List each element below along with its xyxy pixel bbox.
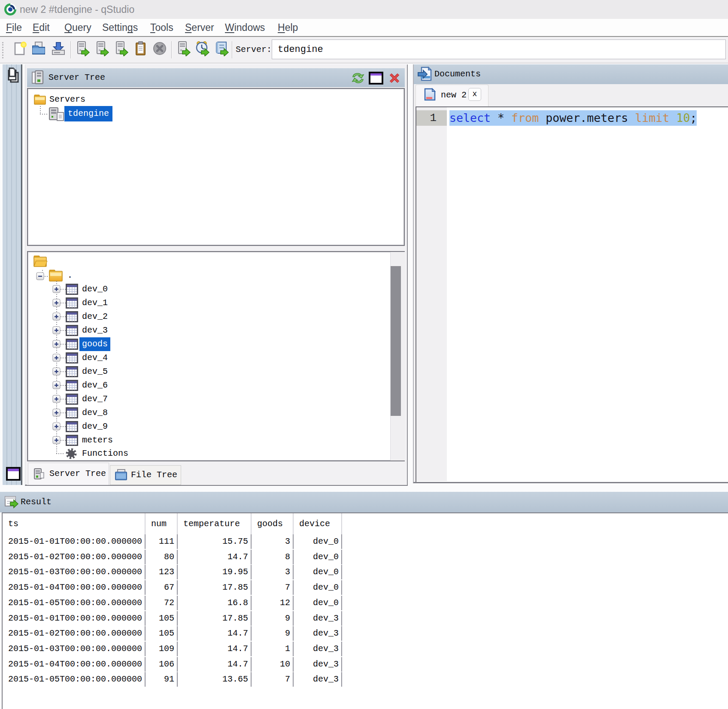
toolbar-grip[interactable] <box>2 42 3 58</box>
tree-item-table[interactable]: dev_7 <box>82 392 108 406</box>
menu-help[interactable]: Help <box>278 19 298 36</box>
tree-item-table[interactable]: dev_0 <box>82 282 108 296</box>
cell-goods[interactable]: 7 <box>252 580 294 595</box>
server-input[interactable] <box>272 39 726 59</box>
cell-ts[interactable]: 2015-01-04T00:00:00.000000 <box>3 657 146 672</box>
tree-item-table[interactable]: dev_2 <box>82 310 108 324</box>
paste-button[interactable] <box>133 41 148 56</box>
cell-num[interactable]: 91 <box>146 672 178 687</box>
cell-device[interactable]: dev_3 <box>294 611 342 626</box>
cell-temperature[interactable]: 14.7 <box>178 626 252 641</box>
tree-item-table[interactable]: dev_6 <box>82 379 108 392</box>
expand-expander-icon[interactable] <box>52 422 61 430</box>
cell-num[interactable]: 111 <box>146 534 178 549</box>
cell-ts[interactable]: 2015-01-01T00:00:00.000000 <box>3 534 146 549</box>
menu-edit[interactable]: Edit <box>33 19 50 36</box>
sql-editor[interactable]: 1 select * from power.meters limit 10; <box>416 106 728 482</box>
execute-selection-button[interactable] <box>113 41 129 56</box>
cell-num[interactable]: 109 <box>146 642 178 656</box>
cell-ts[interactable]: 2015-01-04T00:00:00.000000 <box>3 580 146 595</box>
tree-item-functions[interactable]: Functions <box>82 447 128 461</box>
expand-expander-icon[interactable] <box>52 312 61 321</box>
cell-num[interactable]: 67 <box>146 580 178 595</box>
cell-goods[interactable]: 3 <box>252 534 294 549</box>
maximize-window-icon[interactable] <box>369 72 383 85</box>
close-icon[interactable] <box>388 72 400 84</box>
cell-device[interactable]: dev_3 <box>294 657 342 672</box>
cell-device[interactable]: dev_3 <box>294 672 342 687</box>
restore-window-icon[interactable] <box>6 467 21 481</box>
cell-goods[interactable]: 8 <box>252 550 294 564</box>
cell-ts[interactable]: 2015-01-01T00:00:00.000000 <box>3 611 146 626</box>
menu-file[interactable]: File <box>6 19 22 36</box>
tree-item-table[interactable]: dev_1 <box>82 296 108 310</box>
tree-item-dot-folder[interactable]: . <box>67 269 73 282</box>
expand-expander-icon[interactable] <box>52 354 61 362</box>
cell-ts[interactable]: 2015-01-05T00:00:00.000000 <box>3 672 146 687</box>
cell-device[interactable]: dev_0 <box>294 580 342 595</box>
cell-goods[interactable]: 3 <box>252 565 294 579</box>
cell-ts[interactable]: 2015-01-03T00:00:00.000000 <box>3 642 146 656</box>
cell-temperature[interactable]: 17.85 <box>178 611 252 626</box>
stop-button[interactable] <box>152 41 167 56</box>
expand-expander-icon[interactable] <box>52 285 61 293</box>
column-header-temperature[interactable]: temperature <box>178 513 252 534</box>
tree-item-servers[interactable]: Servers <box>49 93 85 106</box>
cell-goods[interactable]: 9 <box>252 626 294 641</box>
cell-temperature[interactable]: 15.75 <box>178 534 252 549</box>
cell-goods[interactable]: 7 <box>252 672 294 687</box>
tree-item-table[interactable]: dev_8 <box>82 406 108 420</box>
menu-windows[interactable]: Windows <box>225 19 265 36</box>
cell-num[interactable]: 72 <box>146 596 178 610</box>
cell-device[interactable]: dev_0 <box>294 550 342 564</box>
open-file-button[interactable] <box>31 41 46 56</box>
column-header-num[interactable]: num <box>146 513 178 534</box>
cell-temperature[interactable]: 13.65 <box>178 672 252 687</box>
cell-goods[interactable]: 12 <box>252 596 294 610</box>
expand-expander-icon[interactable] <box>52 367 61 376</box>
menu-server[interactable]: Server <box>185 19 214 36</box>
cell-num[interactable]: 123 <box>146 565 178 579</box>
menu-query[interactable]: Query <box>64 19 91 36</box>
column-header-device[interactable]: device <box>294 513 342 534</box>
cell-temperature[interactable]: 19.95 <box>178 565 252 579</box>
run-script-button[interactable] <box>214 41 229 56</box>
send-query-button[interactable] <box>176 41 191 56</box>
cell-temperature[interactable]: 14.7 <box>178 657 252 672</box>
menu-tools[interactable]: Tools <box>150 19 173 36</box>
tab-close-button[interactable]: x <box>468 88 481 101</box>
tree-item-table-selected[interactable]: goods <box>79 337 110 351</box>
cell-device[interactable]: dev_0 <box>294 534 342 549</box>
tree-item-table[interactable]: dev_3 <box>82 324 108 337</box>
cell-goods[interactable]: 10 <box>252 657 294 672</box>
expand-expander-icon[interactable] <box>52 326 61 334</box>
expand-expander-icon[interactable] <box>52 395 61 403</box>
tree-item-table[interactable]: dev_4 <box>82 351 108 365</box>
cell-ts[interactable]: 2015-01-02T00:00:00.000000 <box>3 626 146 641</box>
cell-temperature[interactable]: 14.7 <box>178 550 252 564</box>
cell-ts[interactable]: 2015-01-03T00:00:00.000000 <box>3 565 146 579</box>
column-header-ts[interactable]: ts <box>3 513 146 534</box>
open-folder-root-icon[interactable] <box>33 255 48 270</box>
documents-stack-icon[interactable] <box>5 67 20 84</box>
scrollbar-thumb[interactable] <box>391 266 401 416</box>
tree-item-table[interactable]: meters <box>82 433 113 447</box>
expand-expander-icon[interactable] <box>52 409 61 417</box>
cell-num[interactable]: 106 <box>146 657 178 672</box>
expand-expander-icon[interactable] <box>52 299 61 307</box>
cell-device[interactable]: dev_0 <box>294 596 342 610</box>
column-header-goods[interactable]: goods <box>252 513 294 534</box>
cell-goods[interactable]: 9 <box>252 611 294 626</box>
sql-code-line[interactable]: select * from power.meters limit 10; <box>449 110 697 126</box>
tab-file-tree[interactable]: File Tree <box>110 465 181 485</box>
new-document-button[interactable] <box>12 41 27 56</box>
cell-temperature[interactable]: 16.8 <box>178 596 252 610</box>
cell-num[interactable]: 105 <box>146 626 178 641</box>
execute-line-button[interactable] <box>94 41 109 56</box>
expand-expander-icon[interactable] <box>52 381 61 389</box>
refresh-icon[interactable] <box>350 71 366 85</box>
cell-goods[interactable]: 1 <box>252 642 294 656</box>
tree-item-table[interactable]: dev_9 <box>82 420 108 433</box>
collapse-expander-icon[interactable] <box>36 272 44 280</box>
cell-device[interactable]: dev_3 <box>294 626 342 641</box>
